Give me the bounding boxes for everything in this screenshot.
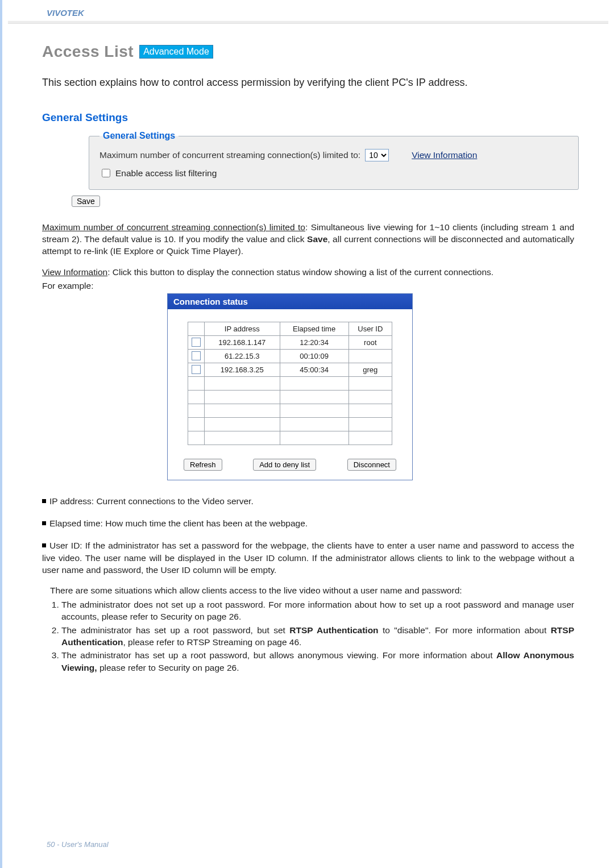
situation-2: The administrator has set up a root pass… [61,624,574,649]
checkbox-icon[interactable] [192,338,201,347]
enable-filtering-checkbox[interactable] [102,169,110,177]
checkbox-icon[interactable] [192,365,201,374]
table-row: 61.22.15.300:10:09 [188,349,392,363]
general-settings-fieldset: General Settings Maximum number of concu… [89,131,579,190]
table-row-empty [188,404,392,417]
intro-text: This section explains how to control acc… [42,77,574,89]
row-checkbox-cell[interactable] [188,363,205,376]
view-explanation: View Information: Click this button to d… [42,267,574,279]
max-underline: Maximum number of concurrent streaming c… [42,222,305,232]
bullet-elapsed: Elapsed time: How much time the client h… [42,517,574,529]
table-row: 192.168.1.14712:20:34root [188,335,392,349]
cell-elapsed: 45:00:34 [280,363,349,376]
bullet-list: IP address: Current connections to the V… [42,495,574,674]
cell-ip: 192.168.1.147 [205,335,280,349]
refresh-button[interactable]: Refresh [184,459,222,471]
for-example-label: For example: [42,281,574,291]
enable-filtering-row: Enable access list filtering [99,167,568,179]
table-row-empty [188,390,392,404]
add-deny-button[interactable]: Add to deny list [253,459,316,471]
bullet-userid: User ID: If the administrator has set a … [42,539,574,674]
general-settings-panel: General Settings Maximum number of concu… [88,131,580,190]
situations-list: The administrator does not set up a root… [50,599,574,674]
page-title: Access List [42,43,134,61]
table-row-empty [188,431,392,445]
col-ip: IP address [205,322,280,335]
max-explanation: Maximum number of concurrent streaming c… [42,222,574,258]
content-area: Access List Advanced Mode This section e… [2,23,614,674]
row-checkbox-cell[interactable] [188,349,205,363]
brand: VIVOTEK [2,0,614,20]
cell-ip: 61.22.15.3 [205,349,280,363]
cell-elapsed: 12:20:34 [280,335,349,349]
section-heading: General Settings [42,111,574,124]
checkbox-icon[interactable] [192,351,201,360]
row-checkbox-cell[interactable] [188,335,205,349]
cell-user: root [349,335,392,349]
fieldset-legend: General Settings [99,131,179,141]
enable-filtering-label: Enable access list filtering [115,168,217,178]
view-information-link[interactable]: View Information [412,150,477,160]
disconnect-button[interactable]: Disconnect [347,459,396,471]
page: VIVOTEK Access List Advanced Mode This s… [0,0,614,868]
mode-badge: Advanced Mode [139,45,213,59]
page-footer: 50 - User's Manual [47,840,109,849]
situation-1: The administrator does not set up a root… [61,599,574,623]
connection-status-title: Connection status [168,294,412,309]
max-connections-row: Maximum number of concurrent streaming c… [99,149,568,161]
save-button[interactable]: Save [72,196,100,207]
col-user: User ID [349,322,392,335]
cell-user: greg [349,363,392,376]
connection-status-body: IP address Elapsed time User ID 192.168.… [168,309,412,480]
max-connections-select[interactable]: 10 [365,149,389,161]
view-underline: View Information [42,267,107,277]
cell-elapsed: 00:10:09 [280,349,349,363]
table-row-empty [188,417,392,431]
cell-user [349,349,392,363]
connection-status-panel: Connection status IP address Elapsed tim… [167,293,413,480]
table-header-row: IP address Elapsed time User ID [188,322,392,335]
connection-table: IP address Elapsed time User ID 192.168.… [188,322,392,445]
situation-3: The administrator has set up a root pass… [61,649,574,674]
square-bullet-icon [42,499,46,503]
square-bullet-icon [42,543,46,547]
cell-ip: 192.168.3.25 [205,363,280,376]
connection-buttons: Refresh Add to deny list Disconnect [179,459,401,471]
situations-intro: There are some situations which allow cl… [50,584,574,596]
table-row-empty [188,376,392,390]
title-row: Access List Advanced Mode [42,43,574,61]
square-bullet-icon [42,521,46,525]
col-elapsed: Elapsed time [280,322,349,335]
table-row: 192.168.3.2545:00:34greg [188,363,392,376]
max-connections-label: Maximum number of concurrent streaming c… [99,150,360,160]
bullet-ip: IP address: Current connections to the V… [42,495,574,507]
col-checkbox [188,322,205,335]
